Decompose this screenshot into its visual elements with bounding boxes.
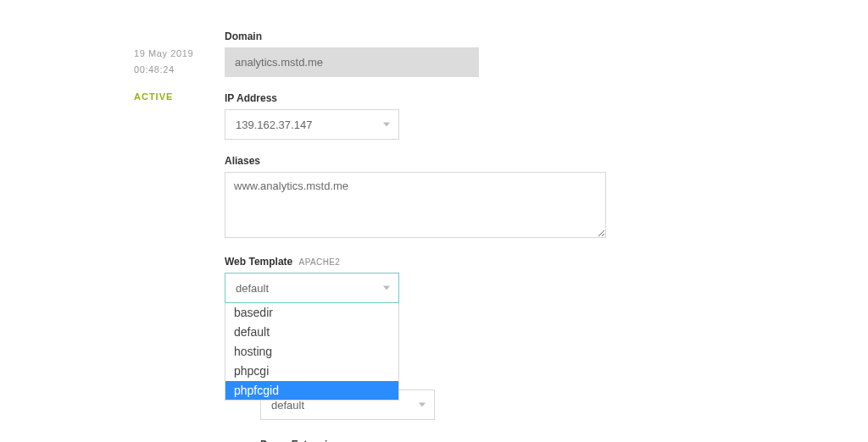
web-template-option[interactable]: phpcgi <box>225 362 398 381</box>
web-template-option[interactable]: phpfcgid <box>225 381 398 401</box>
meta-sidebar: 19 May 2019 00:48:24 ACTIVE <box>134 46 210 105</box>
created-date: 19 May 2019 <box>134 46 210 62</box>
aliases-textarea[interactable] <box>225 172 606 238</box>
domain-field: analytics.mstd.me <box>225 47 479 77</box>
web-template-option[interactable]: basedir <box>225 303 398 323</box>
web-template-select[interactable]: default <box>225 273 399 303</box>
web-template-option[interactable]: default <box>225 323 398 342</box>
web-template-option[interactable]: hosting <box>225 342 398 362</box>
ip-select[interactable]: 139.162.37.147 <box>225 109 399 140</box>
domain-label: Domain <box>225 30 665 42</box>
created-time: 00:48:24 <box>134 62 210 78</box>
proxy-ext-label: Proxy Extensions <box>260 439 665 442</box>
web-template-label: Web Template APACHE2 <box>225 256 665 268</box>
chevron-down-icon <box>383 286 390 290</box>
web-template-sublabel: APACHE2 <box>299 257 341 267</box>
aliases-label: Aliases <box>225 155 665 167</box>
ip-select-value: 139.162.37.147 <box>236 119 312 131</box>
domain-edit-form: Domain analytics.mstd.me IP Address 139.… <box>225 30 665 442</box>
web-template-value: default <box>236 282 269 295</box>
chevron-down-icon <box>419 403 426 407</box>
ip-label: IP Address <box>225 92 665 104</box>
status-badge: ACTIVE <box>134 89 210 105</box>
chevron-down-icon <box>383 123 390 127</box>
web-template-dropdown[interactable]: basedirdefaulthostingphpcgiphpfcgid <box>225 303 399 401</box>
